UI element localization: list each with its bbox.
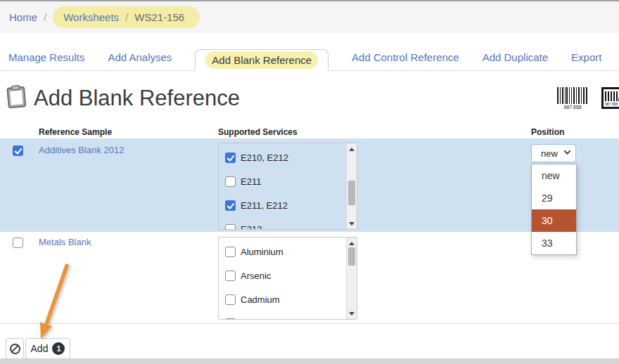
page-header: Add Blank Reference [7, 84, 240, 112]
barcode-icon[interactable]: 987 658 [556, 87, 589, 113]
scroll-down-icon[interactable] [347, 308, 357, 318]
breadcrumb-home-link[interactable]: Home [9, 11, 37, 23]
service-option[interactable]: E212 [225, 222, 262, 230]
scroll-down-icon[interactable] [347, 219, 357, 228]
position-option-33[interactable]: 33 [532, 232, 576, 254]
service-option[interactable]: Aluminium [225, 245, 283, 259]
table-row-metals-blank: Metals Blank Aluminium Arsenic Cadmium C… [0, 232, 619, 323]
reference-sample-link[interactable]: Metals Blank [39, 237, 91, 247]
service-label: E210, E212 [241, 152, 288, 163]
clipboard-icon [6, 84, 27, 112]
listbox-scrollbar[interactable] [346, 143, 357, 229]
service-checkbox[interactable] [225, 294, 236, 305]
service-option[interactable]: E211, E212 [225, 198, 288, 212]
position-select[interactable]: new [531, 144, 576, 162]
service-option[interactable]: Calcium [225, 316, 274, 320]
breadcrumb-highlight: Worksheets / WS21-156 [53, 6, 200, 28]
scrollbar-thumb[interactable] [348, 181, 355, 205]
tab-export[interactable]: Export [571, 44, 601, 70]
row-select-checkbox[interactable] [13, 238, 23, 248]
chevron-down-icon [564, 148, 571, 155]
service-label: E211, E212 [241, 200, 288, 211]
reference-sample-link[interactable]: Additives Blank 2012 [39, 145, 124, 155]
tab-add-analyses[interactable]: Add Analyses [108, 44, 172, 70]
column-header-reference-sample: Reference Sample [39, 127, 112, 137]
tab-manage-results[interactable]: Manage Results [8, 44, 84, 70]
tab-add-control-reference[interactable]: Add Control Reference [352, 44, 459, 70]
clear-selection-button[interactable] [6, 338, 24, 359]
service-checkbox[interactable] [225, 224, 236, 230]
service-label: Arsenic [241, 271, 271, 281]
scrollbar-thumb[interactable] [348, 247, 355, 266]
tab-add-blank-reference[interactable]: Add Blank Reference [195, 49, 328, 71]
barcode-sticker-icon[interactable]: 987 658 [601, 87, 619, 109]
service-option[interactable]: Arsenic [225, 268, 271, 282]
row-select-checkbox[interactable] [13, 145, 23, 156]
footer-divider [0, 323, 619, 324]
service-label: E211 [241, 176, 261, 187]
window-bottom-edge [0, 358, 619, 364]
service-option[interactable]: Cadmium [225, 292, 280, 306]
supported-services-listbox[interactable]: E210, E212 E211 E211, E212 E212 [218, 143, 357, 230]
position-option-30[interactable]: 30 [532, 209, 576, 232]
add-button[interactable]: Add 1 [25, 338, 70, 359]
supported-services-listbox[interactable]: Aluminium Arsenic Cadmium Calcium [218, 237, 357, 320]
page-title: Add Blank Reference [34, 86, 240, 111]
column-header-supported-services: Supported Services [218, 127, 298, 137]
service-checkbox[interactable] [225, 152, 236, 163]
service-checkbox[interactable] [225, 247, 236, 257]
service-label: E212 [241, 224, 262, 230]
service-label: Aluminium [241, 247, 283, 257]
mini-barcode-number: 987 658 [605, 102, 618, 106]
column-header-position: Position [531, 127, 564, 137]
service-label: Cadmium [241, 294, 280, 305]
service-checkbox[interactable] [225, 318, 236, 320]
service-option[interactable]: E210, E212 [225, 150, 288, 164]
service-label: Calcium [241, 318, 274, 320]
tab-add-duplicate[interactable]: Add Duplicate [483, 44, 548, 70]
listbox-scrollbar[interactable] [346, 238, 357, 319]
add-count-badge: 1 [52, 342, 65, 355]
position-selected-value: new [541, 148, 558, 159]
tab-label-highlight: Add Blank Reference [205, 51, 318, 69]
breadcrumb-separator: / [125, 11, 128, 23]
service-checkbox[interactable] [225, 271, 236, 281]
add-button-label: Add [31, 343, 49, 354]
service-checkbox[interactable] [225, 200, 236, 211]
position-dropdown-menu: new 29 30 33 [531, 164, 577, 255]
service-option[interactable]: E211 [225, 174, 261, 188]
tab-bar: Manage Results Add Analyses Add Blank Re… [0, 33, 619, 71]
breadcrumb-current: WS21-156 [134, 11, 184, 23]
breadcrumb: Home / Worksheets / WS21-156 [0, 1, 619, 33]
breadcrumb-separator: / [44, 11, 46, 23]
mini-barcode-bars [605, 91, 618, 101]
position-option-new[interactable]: new [532, 164, 576, 187]
breadcrumb-worksheets-link[interactable]: Worksheets [63, 11, 119, 23]
service-checkbox[interactable] [225, 176, 236, 187]
scroll-up-icon[interactable] [347, 238, 357, 248]
position-option-29[interactable]: 29 [532, 187, 576, 209]
scroll-up-icon[interactable] [347, 144, 357, 154]
table-row-additives-blank: Additives Blank 2012 E210, E212 E211 E21… [0, 138, 619, 232]
barcode-number: 987 658 [563, 105, 581, 110]
no-entry-icon [10, 344, 20, 354]
